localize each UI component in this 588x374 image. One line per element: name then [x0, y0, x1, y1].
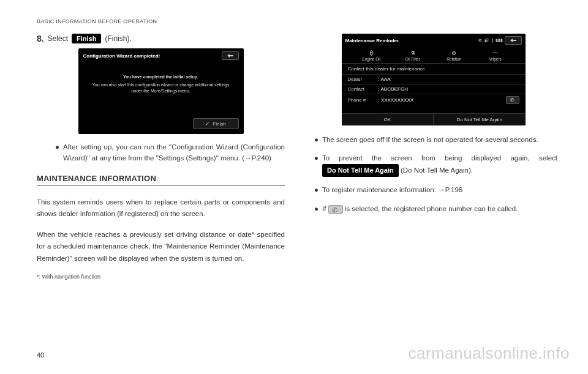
do-not-tell-button: Do Not Tell Me Again: [434, 114, 526, 125]
dealer-value: : AAA: [379, 77, 519, 82]
para-1: This system reminds users when to replac…: [37, 196, 285, 220]
ss1-finish-label: Finish: [213, 121, 225, 127]
phone-value: : XXXXXXXXXX: [379, 97, 506, 103]
page-header: BASIC INFORMATION BEFORE OPERATION: [37, 18, 557, 24]
right-bullet-2-pre: To prevent the screen from being display…: [322, 154, 557, 162]
tab-wipers: 〰 Wipers: [475, 48, 516, 63]
tab-engine-oil: 🛢 Engine Oil: [351, 48, 393, 63]
oil-filter-icon: ⚗: [409, 50, 417, 56]
tab-oil-filter: ⚗ Oil Filter: [392, 48, 434, 63]
right-column: Maintenance Reminder ⊘ 🔊 ᛒ ▮▮▮ 🛢 Engine …: [309, 34, 557, 280]
right-bullet-2: ● To prevent the screen from being displ…: [314, 152, 557, 177]
ss1-body-line: You can also start this configuration wi…: [91, 82, 232, 94]
right-bullet-4-post: is selected, the registered phone number…: [345, 205, 518, 212]
step-text-post: (Finish).: [105, 34, 131, 43]
right-bullet-4: ● If is selected, the registered phone n…: [314, 203, 557, 214]
tab-label-1: Oil Filter: [405, 57, 420, 61]
ss1-finish-button: ✓ Finish: [193, 118, 239, 129]
left-column: 8. Select Finish (Finish). Configuration…: [37, 34, 285, 280]
right-bullet-3-text: To register maintenance information: →P.…: [322, 184, 462, 195]
right-bullet-2-content: To prevent the screen from being display…: [322, 152, 557, 177]
step-8-line: 8. Select Finish (Finish).: [37, 34, 285, 43]
right-bullet-4-pre: If: [322, 205, 328, 212]
ss2-contact-line: Contact this dealer for maintenance: [342, 64, 526, 74]
signal-icon: ▮▮▮: [496, 38, 503, 43]
wipers-icon: 〰: [491, 50, 500, 56]
step-text-pre: Select: [48, 34, 68, 43]
ss1-title: Configuration Wizard completed!: [83, 53, 160, 59]
phone-icon: [328, 205, 343, 214]
contact-label: Contact: [348, 86, 379, 92]
dealer-row: Dealer : AAA: [342, 74, 526, 84]
check-icon: ✓: [205, 121, 210, 127]
back-icon: [505, 36, 522, 45]
back-icon: [222, 51, 239, 60]
right-bullet-1-text: The screen goes off if the screen is not…: [322, 134, 538, 145]
tab-label-3: Wipers: [489, 57, 502, 61]
contact-value: : ABCDEFGH: [379, 86, 519, 92]
bullet-dot: ●: [314, 152, 318, 177]
phone-label: Phone #: [348, 97, 379, 103]
right-bullet-2-post: (Do Not Tell Me Again).: [401, 166, 473, 174]
bullet-dot: ●: [55, 141, 59, 164]
watermark: carmanualsonline.info: [409, 344, 570, 363]
tab-label-2: Rotation: [447, 57, 461, 61]
para-2: When the vehicle reaches a previously se…: [37, 229, 285, 265]
bullet-dot: ●: [314, 184, 318, 195]
footnote: *: With navigation function: [37, 274, 285, 280]
rotation-icon: ⚙: [450, 50, 458, 56]
engine-oil-icon: 🛢: [367, 50, 375, 56]
bluetooth-icon: ᛒ: [491, 39, 494, 43]
bullet-dot: ●: [314, 134, 318, 145]
contact-row: Contact : ABCDEFGH: [342, 84, 526, 94]
volume-icon: 🔊: [484, 38, 489, 43]
mute-icon: ⊘: [478, 38, 482, 43]
dealer-label: Dealer: [348, 77, 379, 82]
right-bullet-4-content: If is selected, the registered phone num…: [322, 203, 518, 214]
bullet-dot: ●: [314, 203, 318, 214]
finish-button-label: Finish: [72, 34, 101, 43]
phone-call-button: ✆: [506, 96, 519, 104]
ss2-title: Maintenance Reminder: [345, 38, 399, 43]
tab-label-0: Engine Oil: [362, 57, 380, 61]
phone-row: Phone # : XXXXXXXXXX ✆: [342, 94, 526, 106]
step-number: 8.: [37, 34, 44, 43]
maintenance-reminder-screenshot: Maintenance Reminder ⊘ 🔊 ᛒ ▮▮▮ 🛢 Engine …: [342, 34, 526, 125]
page-number: 40: [37, 351, 44, 359]
ok-button: OK: [342, 114, 434, 125]
right-bullet-3: ● To register maintenance information: →…: [314, 184, 557, 195]
tab-rotation: ⚙ Rotation: [434, 48, 475, 63]
do-not-tell-label: Do Not Tell Me Again: [322, 164, 399, 178]
right-bullet-1: ● The screen goes off if the screen is n…: [314, 134, 557, 145]
maintenance-heading: MAINTENANCE INFORMATION: [37, 174, 285, 185]
status-icons: ⊘ 🔊 ᛒ ▮▮▮: [478, 36, 522, 45]
left-bullet-1-text: After setting up, you can run the "Confi…: [63, 141, 285, 164]
ss1-body-bold: You have completed the initial setup.: [91, 74, 232, 80]
left-bullet-1: ● After setting up, you can run the "Con…: [55, 141, 285, 164]
config-wizard-screenshot: Configuration Wizard completed! You have…: [78, 48, 244, 134]
